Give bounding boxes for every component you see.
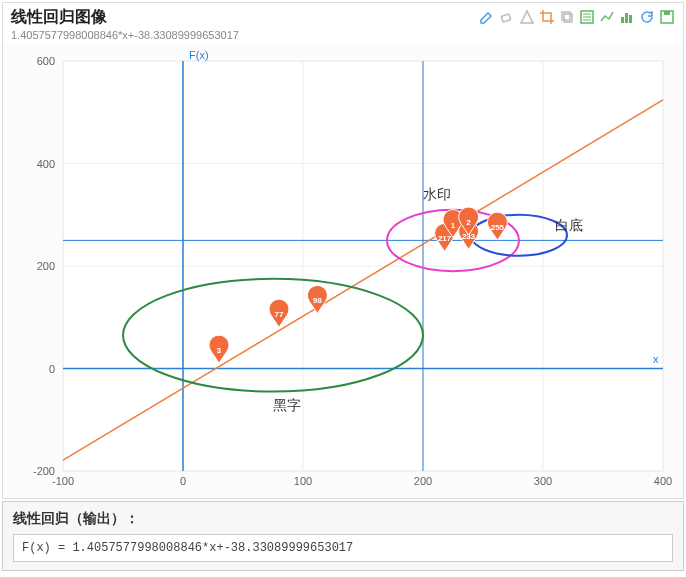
output-title: 线性回归（输出）： bbox=[13, 510, 673, 528]
svg-text:200: 200 bbox=[414, 475, 432, 487]
svg-rect-12 bbox=[664, 11, 670, 15]
svg-rect-10 bbox=[629, 15, 632, 23]
eraser-icon[interactable] bbox=[499, 9, 515, 29]
svg-text:水印: 水印 bbox=[423, 186, 451, 202]
svg-text:400: 400 bbox=[37, 158, 55, 170]
svg-rect-3 bbox=[564, 14, 572, 22]
chart-title: 线性回归图像 bbox=[11, 7, 107, 28]
output-panel: 线性回归（输出）： F(x) = 1.4057577998008846*x+-3… bbox=[2, 501, 684, 571]
shape-icon[interactable] bbox=[519, 9, 535, 29]
svg-text:0: 0 bbox=[180, 475, 186, 487]
svg-text:白底: 白底 bbox=[555, 217, 583, 233]
svg-marker-1 bbox=[521, 11, 533, 23]
output-formula: F(x) = 1.4057577998008846*x+-38.33089999… bbox=[13, 534, 673, 562]
svg-text:400: 400 bbox=[654, 475, 672, 487]
svg-text:600: 600 bbox=[37, 55, 55, 67]
crop-icon[interactable] bbox=[539, 9, 555, 29]
svg-text:黑字: 黑字 bbox=[273, 397, 301, 413]
svg-text:200: 200 bbox=[37, 260, 55, 272]
copy-icon[interactable] bbox=[559, 9, 575, 29]
svg-rect-2 bbox=[562, 12, 570, 20]
svg-text:77: 77 bbox=[275, 310, 284, 319]
svg-text:217: 217 bbox=[438, 234, 452, 243]
svg-text:255: 255 bbox=[491, 223, 505, 232]
pencil-icon[interactable] bbox=[479, 9, 495, 29]
svg-text:100: 100 bbox=[294, 475, 312, 487]
list-icon[interactable] bbox=[579, 9, 595, 29]
svg-text:-200: -200 bbox=[33, 465, 55, 477]
svg-text:0: 0 bbox=[49, 363, 55, 375]
svg-text:98: 98 bbox=[313, 296, 322, 305]
svg-text:3: 3 bbox=[217, 346, 222, 355]
refresh-icon[interactable] bbox=[639, 9, 655, 29]
chart-subtitle: 1.4057577998008846*x+-38.33089999653017 bbox=[3, 29, 683, 43]
line-chart-icon[interactable] bbox=[599, 9, 615, 29]
svg-text:x: x bbox=[653, 353, 659, 365]
chart-card: 线性回归图像 1.4057577998008846*x+-38.33089999… bbox=[2, 2, 684, 499]
save-icon[interactable] bbox=[659, 9, 675, 29]
svg-rect-8 bbox=[621, 17, 624, 23]
chart-header: 线性回归图像 bbox=[3, 3, 683, 29]
svg-text:300: 300 bbox=[534, 475, 552, 487]
svg-rect-9 bbox=[625, 13, 628, 23]
bar-chart-icon[interactable] bbox=[619, 9, 635, 29]
svg-rect-0 bbox=[501, 14, 511, 22]
svg-text:-100: -100 bbox=[52, 475, 74, 487]
svg-text:F(x): F(x) bbox=[189, 49, 209, 61]
chart-toolbar bbox=[479, 7, 675, 29]
svg-text:2: 2 bbox=[466, 218, 471, 227]
svg-text:1: 1 bbox=[451, 221, 456, 230]
chart-plot: -1000100200300400-2000200400600F(x)x黑字水印… bbox=[3, 43, 683, 498]
